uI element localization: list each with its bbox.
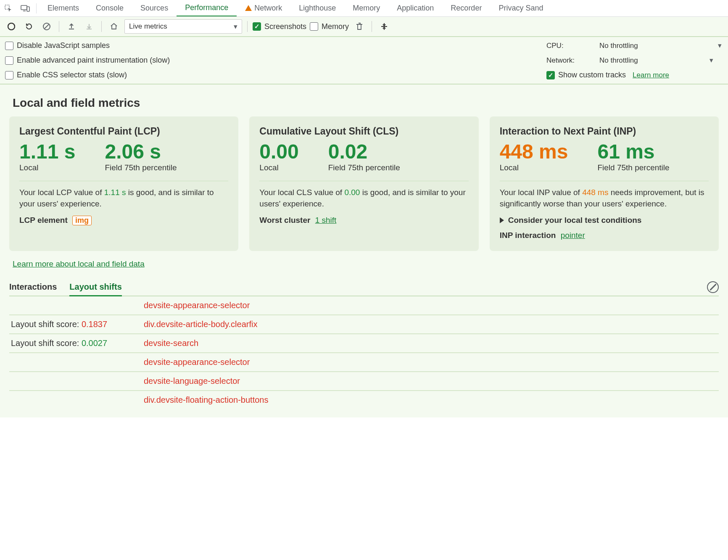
cpu-select[interactable]: No throttling ▾ bbox=[599, 41, 722, 50]
lcp-element-row: LCP element img bbox=[19, 216, 228, 225]
screenshots-label: Screenshots bbox=[264, 22, 306, 31]
cls-worst-label: Worst cluster bbox=[259, 216, 310, 225]
layout-row[interactable]: devsite-language-selector bbox=[9, 372, 719, 391]
cls-worst-link[interactable]: 1 shift bbox=[315, 216, 337, 225]
divider bbox=[59, 21, 59, 32]
lcp-card: Largest Contentful Paint (LCP) 1.11 s Lo… bbox=[9, 116, 238, 251]
inspect-icon[interactable] bbox=[0, 0, 17, 17]
node-link[interactable]: devsite-appearance-selector bbox=[144, 357, 250, 367]
checkbox-icon bbox=[5, 56, 13, 65]
node-link[interactable]: div.devsite-floating-action-buttons bbox=[144, 395, 268, 405]
tab-privacy[interactable]: Privacy Sand bbox=[490, 0, 551, 17]
device-icon[interactable] bbox=[17, 0, 34, 17]
tab-network-label: Network bbox=[254, 4, 282, 13]
inp-desc: Your local INP value of 448 ms needs imp… bbox=[500, 187, 709, 209]
node-link[interactable]: div.devsite-article-body.clearfix bbox=[144, 320, 257, 329]
trash-icon[interactable] bbox=[352, 19, 367, 34]
cpu-row: CPU: No throttling ▾ bbox=[546, 41, 722, 50]
inp-field-value: 61 ms bbox=[597, 141, 669, 162]
tab-interactions[interactable]: Interactions bbox=[9, 278, 57, 296]
inp-consider: Consider your local test conditions bbox=[508, 216, 642, 225]
inp-interaction-link[interactable]: pointer bbox=[561, 231, 585, 240]
lcp-field-sub: Field 75th percentile bbox=[105, 163, 177, 172]
tab-memory[interactable]: Memory bbox=[344, 0, 388, 17]
log-tabs: Interactions Layout shifts bbox=[9, 279, 719, 296]
stop-icon[interactable] bbox=[40, 19, 54, 34]
tab-sources[interactable]: Sources bbox=[132, 0, 177, 17]
enable-paint-label: Enable advanced paint instrumentation (s… bbox=[17, 56, 170, 65]
checkbox-icon bbox=[310, 22, 318, 31]
enable-css-checkbox[interactable]: Enable CSS selector stats (slow) bbox=[5, 71, 170, 79]
clear-icon[interactable] bbox=[707, 281, 719, 293]
lcp-field: 2.06 s Field 75th percentile bbox=[105, 141, 177, 172]
chevron-down-icon: ▾ bbox=[718, 41, 722, 50]
layout-row[interactable]: div.devsite-floating-action-buttons bbox=[9, 391, 719, 409]
chevron-down-icon: ▾ bbox=[234, 22, 237, 31]
network-value: No throttling bbox=[599, 56, 638, 65]
metrics-select-label: Live metrics bbox=[129, 22, 167, 31]
cls-field-sub: Field 75th percentile bbox=[328, 163, 400, 172]
node-link[interactable]: devsite-appearance-selector bbox=[144, 301, 250, 310]
tab-lighthouse[interactable]: Lighthouse bbox=[290, 0, 344, 17]
network-label: Network: bbox=[546, 56, 593, 65]
reload-icon[interactable] bbox=[22, 19, 36, 34]
cls-desc: Your local CLS value of 0.00 is good, an… bbox=[259, 187, 468, 209]
show-tracks-label: Show custom tracks bbox=[558, 71, 626, 79]
cpu-label: CPU: bbox=[546, 42, 593, 50]
inp-card: Interaction to Next Paint (INP) 448 ms L… bbox=[490, 116, 719, 251]
tab-recorder[interactable]: Recorder bbox=[442, 0, 490, 17]
tracks-row: Show custom tracks Learn more bbox=[546, 71, 669, 79]
cpu-value: No throttling bbox=[599, 42, 638, 50]
settings-right: CPU: No throttling ▾ Network: No throttl… bbox=[546, 41, 723, 79]
record-icon[interactable] bbox=[4, 19, 18, 34]
svg-point-3 bbox=[8, 23, 15, 30]
show-tracks-checkbox[interactable]: Show custom tracks bbox=[546, 71, 626, 79]
enable-paint-checkbox[interactable]: Enable advanced paint instrumentation (s… bbox=[5, 56, 170, 65]
layout-row[interactable]: Layout shift score: 0.0027 devsite-searc… bbox=[9, 334, 719, 353]
disable-js-checkbox[interactable]: Disable JavaScript samples bbox=[5, 41, 170, 50]
tab-network[interactable]: Network bbox=[237, 0, 290, 17]
tab-performance[interactable]: Performance bbox=[177, 0, 237, 17]
metrics-select[interactable]: Live metrics ▾ bbox=[124, 19, 242, 34]
lcp-element-chip[interactable]: img bbox=[72, 216, 92, 225]
perf-settings: Disable JavaScript samples Enable advanc… bbox=[0, 37, 728, 85]
node-link[interactable]: devsite-search bbox=[144, 338, 198, 348]
download-icon[interactable] bbox=[82, 19, 96, 34]
learn-more-link[interactable]: Learn more bbox=[633, 71, 669, 79]
layout-row[interactable]: devsite-appearance-selector bbox=[9, 296, 719, 315]
inp-interaction-row: INP interaction pointer bbox=[500, 231, 709, 240]
inp-local-sub: Local bbox=[500, 163, 568, 172]
inp-consider-row[interactable]: Consider your local test conditions bbox=[500, 216, 709, 225]
checkbox-icon bbox=[5, 42, 13, 50]
collapse-icon[interactable] bbox=[377, 19, 391, 34]
svg-rect-1 bbox=[21, 5, 27, 10]
layout-row[interactable]: devsite-appearance-selector bbox=[9, 353, 719, 372]
divider bbox=[500, 181, 709, 181]
tab-elements[interactable]: Elements bbox=[39, 0, 87, 17]
node-link[interactable]: devsite-language-selector bbox=[144, 376, 240, 386]
tab-layout-shifts[interactable]: Layout shifts bbox=[69, 279, 121, 296]
metrics-panel: Local and field metrics Largest Contentf… bbox=[0, 85, 728, 279]
inp-field-sub: Field 75th percentile bbox=[597, 163, 669, 172]
network-select[interactable]: No throttling ▾ bbox=[599, 56, 713, 65]
upload-icon[interactable] bbox=[64, 19, 79, 34]
memory-label: Memory bbox=[322, 22, 349, 31]
layout-row[interactable]: Layout shift score: 0.1837 div.devsite-a… bbox=[9, 315, 719, 334]
tab-console[interactable]: Console bbox=[87, 0, 132, 17]
cls-local-value: 0.00 bbox=[259, 141, 298, 162]
lcp-field-value: 2.06 s bbox=[105, 141, 177, 162]
tab-application[interactable]: Application bbox=[388, 0, 442, 17]
enable-css-label: Enable CSS selector stats (slow) bbox=[17, 71, 127, 79]
cls-local: 0.00 Local bbox=[259, 141, 298, 172]
svg-line-5 bbox=[45, 24, 49, 29]
screenshots-checkbox[interactable]: Screenshots bbox=[253, 22, 306, 31]
lcp-local-sub: Local bbox=[19, 163, 75, 172]
log-rows: devsite-appearance-selector Layout shift… bbox=[9, 296, 719, 409]
home-icon[interactable] bbox=[107, 19, 121, 34]
checkbox-icon bbox=[546, 71, 555, 79]
warning-icon bbox=[245, 5, 252, 11]
inp-local: 448 ms Local bbox=[500, 141, 568, 172]
memory-checkbox[interactable]: Memory bbox=[310, 22, 349, 31]
learn-field-link[interactable]: Learn more about local and field data bbox=[13, 259, 145, 269]
cls-field-value: 0.02 bbox=[328, 141, 400, 162]
